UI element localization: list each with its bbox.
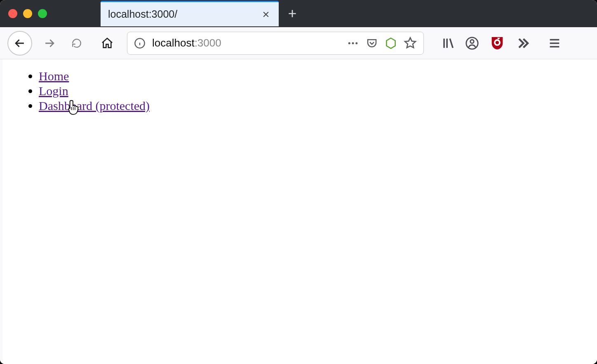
account-button[interactable]	[465, 36, 479, 50]
url-port: :3000	[195, 37, 221, 49]
nav-link-dashboard[interactable]: Dashboard (protected)	[39, 99, 150, 112]
window-minimize-button[interactable]	[23, 9, 32, 18]
reload-icon	[71, 38, 82, 49]
star-icon	[404, 37, 417, 50]
nav-link-home[interactable]: Home	[39, 69, 69, 83]
back-button[interactable]	[7, 31, 32, 56]
svg-point-5	[470, 40, 474, 43]
tab-title: localhost:3000/	[108, 8, 261, 20]
nodejs-icon[interactable]	[385, 37, 397, 49]
ublock-icon	[489, 35, 505, 51]
site-info-button[interactable]	[134, 37, 146, 49]
plus-icon	[287, 8, 298, 19]
nav-link-login[interactable]: Login	[39, 84, 68, 98]
address-bar[interactable]: localhost:3000	[127, 32, 424, 55]
page-actions-button[interactable]	[347, 37, 359, 49]
browser-toolbar: localhost:3000	[0, 27, 597, 59]
tab-active[interactable]: localhost:3000/	[101, 1, 279, 26]
hamburger-icon	[548, 36, 562, 50]
home-button[interactable]	[97, 37, 117, 50]
page-content: Home Login Dashboard (protected)	[2, 59, 597, 123]
tab-close-button[interactable]	[261, 9, 271, 20]
svg-point-3	[355, 42, 357, 44]
account-icon	[465, 36, 479, 50]
arrow-left-icon	[13, 36, 27, 50]
nav-list: Home Login Dashboard (protected)	[14, 69, 585, 113]
info-icon	[134, 37, 146, 49]
window-zoom-button[interactable]	[38, 9, 47, 18]
list-item: Dashboard (protected)	[39, 99, 585, 113]
overflow-button[interactable]	[515, 36, 530, 51]
main-menu-button[interactable]	[548, 36, 562, 50]
browser-window: localhost:3000/	[0, 0, 597, 364]
library-button[interactable]	[441, 36, 455, 50]
hexagon-icon	[385, 37, 397, 49]
reload-button[interactable]	[67, 38, 87, 49]
arrow-right-icon	[42, 36, 56, 50]
dots-icon	[347, 37, 359, 49]
window-close-button[interactable]	[8, 9, 17, 18]
url-text: localhost:3000	[152, 37, 221, 49]
toolbar-extensions	[441, 35, 562, 51]
home-icon	[101, 37, 114, 50]
svg-point-7	[496, 41, 499, 44]
window-controls	[8, 9, 47, 18]
list-item: Login	[39, 84, 585, 98]
pocket-button[interactable]	[366, 37, 378, 49]
url-host: localhost	[152, 37, 195, 49]
bookmark-button[interactable]	[404, 37, 417, 50]
tab-strip: localhost:3000/	[0, 0, 597, 27]
close-icon	[262, 10, 270, 19]
list-item: Home	[39, 69, 585, 83]
library-icon	[441, 36, 455, 50]
ublock-button[interactable]	[489, 35, 505, 51]
pocket-icon	[366, 37, 378, 49]
navigation-buttons	[7, 31, 121, 56]
new-tab-button[interactable]	[279, 8, 306, 19]
svg-point-1	[348, 42, 350, 44]
chevrons-right-icon	[515, 36, 530, 51]
forward-button[interactable]	[40, 36, 59, 50]
page-viewport: Home Login Dashboard (protected)	[0, 59, 597, 364]
svg-point-2	[352, 42, 354, 44]
